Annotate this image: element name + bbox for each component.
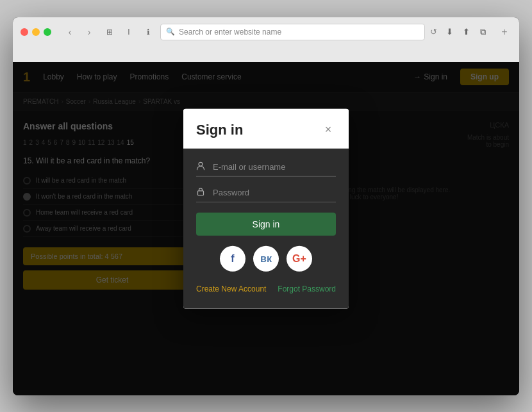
modal-close-button[interactable]: ×	[320, 122, 336, 137]
download-icon[interactable]: ⬇	[442, 25, 456, 39]
cursor-icon: I	[122, 26, 136, 38]
browser-action-icons: ⬇ ⬆ ⧉	[442, 25, 490, 39]
google-login-button[interactable]: G+	[287, 245, 312, 271]
minimize-traffic-light[interactable]	[32, 28, 40, 36]
forward-button[interactable]: ›	[81, 26, 97, 38]
search-icon: 🔍	[166, 28, 175, 36]
shield-icon: ℹ	[141, 26, 155, 38]
modal-footer-links: Create New Account Forgot Password	[196, 281, 336, 295]
email-input[interactable]	[213, 161, 336, 171]
svg-point-0	[199, 162, 203, 166]
share-icon[interactable]: ⬆	[459, 25, 473, 39]
duplicate-tab-icon[interactable]: ⧉	[476, 25, 490, 39]
address-bar-text: Search or enter website name	[179, 28, 419, 37]
browser-chrome: ‹ › ⊞ I ℹ 🔍 Search or enter website name…	[13, 17, 519, 62]
tab-icon: ⊞	[103, 26, 117, 38]
reload-icon[interactable]: ↺	[430, 27, 437, 37]
close-traffic-light[interactable]	[21, 28, 28, 36]
facebook-login-button[interactable]: f	[220, 245, 245, 271]
modal-title: Sign in	[196, 121, 243, 138]
vk-login-button[interactable]: вк	[253, 245, 279, 271]
address-bar[interactable]: 🔍 Search or enter website name	[160, 24, 425, 40]
fullscreen-traffic-light[interactable]	[44, 28, 51, 36]
lock-icon	[196, 186, 206, 197]
user-icon	[196, 161, 206, 172]
email-input-group	[196, 161, 336, 176]
back-button[interactable]: ‹	[62, 26, 78, 38]
svg-rect-1	[198, 190, 204, 195]
create-account-link[interactable]: Create New Account	[196, 284, 266, 293]
forgot-password-link[interactable]: Forgot Password	[278, 284, 336, 293]
browser-window: ‹ › ⊞ I ℹ 🔍 Search or enter website name…	[13, 17, 519, 395]
nav-buttons: ‹ ›	[62, 26, 97, 38]
modal-header: Sign in ×	[183, 108, 349, 148]
social-login-row: f вк G+	[196, 245, 336, 271]
password-input-group	[196, 186, 336, 202]
sign-in-modal: Sign in ×	[183, 108, 349, 308]
website-content: 1 Lobby How to play Promotions Customer …	[13, 62, 519, 395]
modal-body: Sign in f вк G+ Create New Account Forgo…	[183, 148, 349, 308]
add-tab-button[interactable]: +	[497, 25, 511, 39]
password-input[interactable]	[213, 187, 336, 197]
traffic-lights	[21, 28, 51, 36]
sign-in-submit-button[interactable]: Sign in	[196, 212, 336, 235]
browser-titlebar: ‹ › ⊞ I ℹ 🔍 Search or enter website name…	[13, 17, 519, 44]
